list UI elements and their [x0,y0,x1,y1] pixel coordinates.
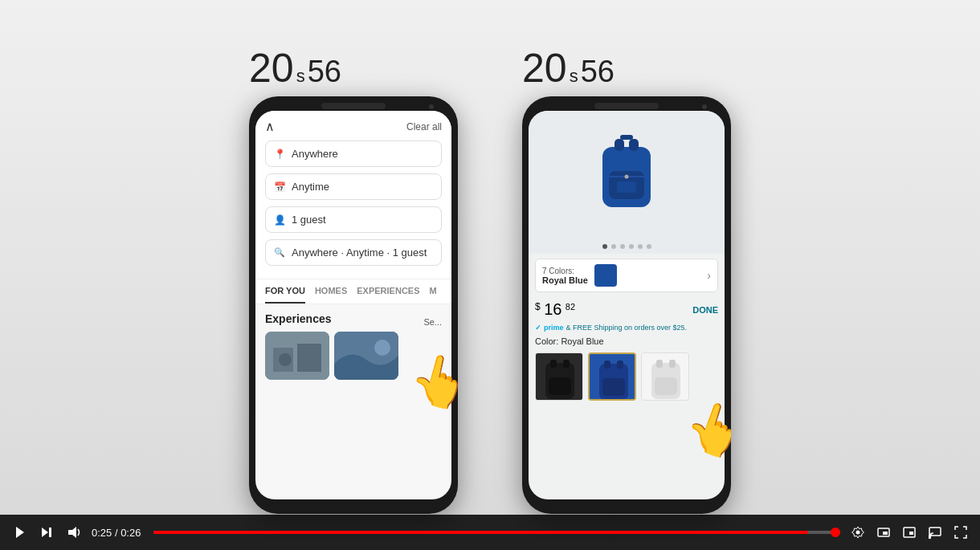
settings-button[interactable] [848,523,868,542]
svg-rect-27 [669,360,676,368]
dot-2 [611,244,616,249]
search-icon: 🔍 [274,247,285,258]
svg-rect-8 [629,139,639,151]
dot-5 [638,244,643,249]
anytime-text: Anytime [292,181,329,193]
svg-point-12 [625,175,629,179]
cast-button[interactable] [925,523,945,542]
skip-button[interactable] [37,523,56,542]
svg-marker-29 [16,527,24,538]
color-left: 7 Colors: Royal Blue [542,264,617,287]
svg-marker-32 [68,527,76,538]
color-count: 7 Colors: [542,267,588,275]
dot-3 [620,244,625,249]
svg-rect-9 [620,135,633,140]
right-timer-ms: 56 [581,56,615,87]
miniplayer-button[interactable] [874,523,893,542]
right-phone: 7 Colors: Royal Blue › $ 16 82 [522,96,731,514]
time-display: 0:25 / 0:26 [92,527,141,539]
color-selector[interactable]: 7 Colors: Royal Blue › [535,259,718,292]
svg-point-5 [374,340,390,356]
chevron-up-icon[interactable]: ∧ [265,119,275,134]
experiences-title: Experiences [265,312,332,325]
svg-rect-35 [883,532,888,535]
chevron-right-icon: › [707,269,711,282]
svg-rect-28 [655,377,677,395]
tab-more[interactable]: M [430,279,437,304]
anytime-field[interactable]: 📅 Anytime [265,173,442,200]
search-bottom-field[interactable]: 🔍 Anywhere · Anytime · 1 guest [265,239,442,266]
svg-rect-21 [604,361,610,369]
color-option-black[interactable] [535,352,583,401]
left-timer: 20 s 56 [249,48,341,88]
free-shipping-text: & FREE Shipping on orders over $25. [566,324,688,332]
product-image-area [529,111,725,239]
svg-rect-22 [617,361,623,369]
tab-for-you[interactable]: FOR YOU [265,279,305,304]
right-controls [848,523,970,542]
location-icon: 📍 [274,149,285,160]
exp-image-2 [334,332,398,380]
left-timer-ms: 56 [308,56,341,87]
tab-homes[interactable]: HOMES [315,279,347,304]
tab-experiences[interactable]: EXPERIENCES [357,279,419,304]
right-section: 20 s 56 😭 [522,48,731,514]
price-row: $ 16 82 DONE [529,297,725,322]
price-main: 16 [544,300,561,318]
svg-rect-37 [909,532,913,535]
svg-rect-2 [297,344,321,372]
control-bar: 0:25 / 0:26 [0,515,980,550]
video-container: 20 s 56 😭 ∧ Clear all [0,0,980,550]
person-icon: 👤 [274,214,285,226]
airbnb-tabs: FOR YOU HOMES EXPERIENCES M [255,279,451,304]
price-symbol: $ [535,301,541,312]
done-button[interactable]: DONE [692,305,718,315]
svg-rect-26 [656,360,663,368]
prime-badge: prime [544,324,564,332]
right-timer-suffix: s [570,66,578,87]
color-option-white[interactable] [641,352,689,401]
left-timer-suffix: s [296,66,305,87]
selected-color-swatch [594,264,617,287]
volume-button[interactable] [64,523,84,542]
svg-rect-13 [617,181,636,193]
svg-point-33 [856,531,860,535]
svg-rect-23 [602,378,625,396]
progress-bar[interactable] [153,531,835,534]
fullscreen-button[interactable] [951,523,970,542]
price-display: $ 16 82 [535,300,575,319]
search-combined-text: Anywhere · Anytime · 1 guest [292,246,427,259]
svg-point-3 [279,353,292,366]
clear-all-button[interactable]: Clear all [406,121,442,132]
right-timer: 20 s 56 [522,48,615,88]
left-phone: ∧ Clear all 📍 Anywhere 📅 Anytime [249,96,458,514]
anywhere-field[interactable]: 📍 Anywhere [265,141,442,167]
anywhere-text: Anywhere [292,148,338,160]
guests-field[interactable]: 👤 1 guest [265,206,442,233]
prime-row: ✓ prime & FREE Shipping on orders over $… [529,322,725,333]
calendar-icon: 📅 [274,181,285,193]
see-all-link[interactable]: Se... [423,317,442,327]
svg-rect-7 [615,139,624,151]
airbnb-header-top: ∧ Clear all [265,119,442,134]
svg-rect-31 [49,528,51,537]
airbnb-header: ∧ Clear all 📍 Anywhere 📅 Anytime [255,111,451,279]
svg-rect-18 [549,377,571,395]
pip-button[interactable] [900,523,919,542]
color-name: Royal Blue [542,275,588,285]
airbnb-screen: ∧ Clear all 📍 Anywhere 📅 Anytime [255,111,451,499]
svg-rect-16 [550,360,557,368]
dot-4 [629,244,634,249]
right-top-row: 20 s 56 😭 [522,48,615,88]
svg-rect-17 [563,360,570,368]
product-image-dots [529,239,725,254]
svg-point-39 [929,536,931,539]
main-content: 20 s 56 😭 ∧ Clear all [0,0,980,514]
play-button[interactable] [10,523,29,542]
right-phone-notch [594,103,659,109]
color-label: Color: Royal Blue [529,333,725,349]
svg-marker-30 [42,528,48,537]
color-option-blue[interactable] [588,352,636,401]
backpack-image [586,127,667,223]
left-phone-notch [321,103,386,109]
